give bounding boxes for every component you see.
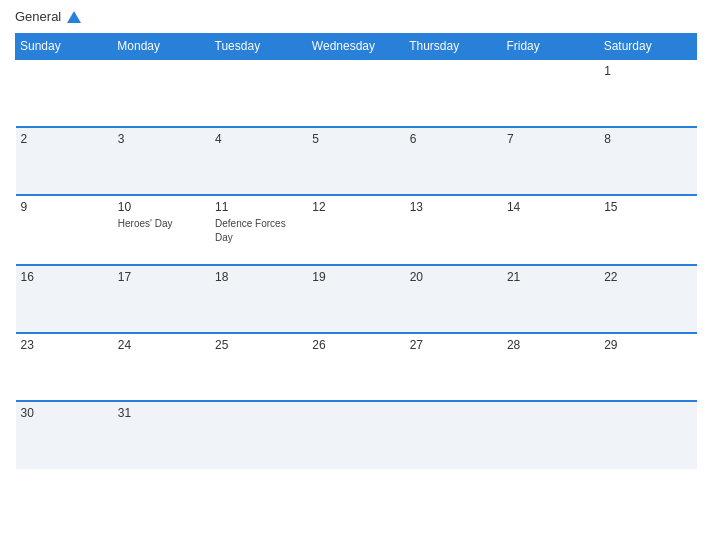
calendar-day-cell: 4 [210,127,307,195]
calendar-day-cell: 12 [307,195,404,265]
calendar-day-cell: 14 [502,195,599,265]
calendar-day-cell [210,59,307,127]
day-number: 3 [118,132,205,146]
weekday-header: Thursday [405,33,502,59]
day-number: 18 [215,270,302,284]
day-event: Heroes' Day [118,218,173,229]
calendar-day-cell [210,401,307,469]
calendar-day-cell: 15 [599,195,696,265]
calendar-week-row: 2345678 [16,127,697,195]
calendar-week-row: 3031 [16,401,697,469]
day-number: 17 [118,270,205,284]
calendar-day-cell: 29 [599,333,696,401]
day-number: 29 [604,338,691,352]
calendar-day-cell [16,59,113,127]
calendar-header: SundayMondayTuesdayWednesdayThursdayFrid… [16,33,697,59]
logo-general-text: General [15,10,81,25]
day-number: 19 [312,270,399,284]
calendar-week-row: 1 [16,59,697,127]
day-number: 23 [21,338,108,352]
day-number: 7 [507,132,594,146]
calendar-day-cell [502,59,599,127]
day-number: 4 [215,132,302,146]
calendar-day-cell: 21 [502,265,599,333]
calendar-day-cell: 8 [599,127,696,195]
day-number: 12 [312,200,399,214]
calendar-week-row: 16171819202122 [16,265,697,333]
weekday-header: Wednesday [307,33,404,59]
calendar-day-cell: 30 [16,401,113,469]
calendar-day-cell: 27 [405,333,502,401]
day-number: 8 [604,132,691,146]
day-number: 15 [604,200,691,214]
day-number: 28 [507,338,594,352]
calendar-day-cell: 24 [113,333,210,401]
header: General [15,10,697,25]
calendar-day-cell: 2 [16,127,113,195]
calendar-day-cell: 13 [405,195,502,265]
day-number: 22 [604,270,691,284]
calendar-day-cell: 22 [599,265,696,333]
calendar-day-cell: 28 [502,333,599,401]
day-number: 14 [507,200,594,214]
calendar-day-cell [405,59,502,127]
day-number: 11 [215,200,302,214]
weekday-row: SundayMondayTuesdayWednesdayThursdayFrid… [16,33,697,59]
day-number: 6 [410,132,497,146]
calendar-day-cell: 11Defence Forces Day [210,195,307,265]
day-event: Defence Forces Day [215,218,286,243]
logo-triangle-icon [67,11,81,23]
calendar-day-cell: 19 [307,265,404,333]
calendar-day-cell: 17 [113,265,210,333]
calendar-day-cell [599,401,696,469]
weekday-header: Sunday [16,33,113,59]
calendar-body: 12345678910Heroes' Day11Defence Forces D… [16,59,697,469]
day-number: 26 [312,338,399,352]
calendar-week-row: 910Heroes' Day11Defence Forces Day121314… [16,195,697,265]
day-number: 9 [21,200,108,214]
calendar-day-cell: 7 [502,127,599,195]
calendar-day-cell: 20 [405,265,502,333]
calendar-day-cell [113,59,210,127]
day-number: 1 [604,64,691,78]
calendar-day-cell: 1 [599,59,696,127]
day-number: 27 [410,338,497,352]
weekday-header: Friday [502,33,599,59]
day-number: 24 [118,338,205,352]
calendar-table: SundayMondayTuesdayWednesdayThursdayFrid… [15,33,697,469]
calendar-day-cell: 31 [113,401,210,469]
logo: General [15,10,81,25]
calendar-day-cell: 16 [16,265,113,333]
calendar-day-cell: 3 [113,127,210,195]
calendar-day-cell [502,401,599,469]
calendar-day-cell: 25 [210,333,307,401]
calendar-week-row: 23242526272829 [16,333,697,401]
day-number: 20 [410,270,497,284]
calendar-day-cell: 9 [16,195,113,265]
calendar-day-cell: 6 [405,127,502,195]
calendar-day-cell: 18 [210,265,307,333]
day-number: 21 [507,270,594,284]
calendar-day-cell: 5 [307,127,404,195]
calendar-day-cell [307,401,404,469]
weekday-header: Monday [113,33,210,59]
calendar-day-cell: 23 [16,333,113,401]
day-number: 16 [21,270,108,284]
day-number: 10 [118,200,205,214]
day-number: 2 [21,132,108,146]
calendar-day-cell: 26 [307,333,404,401]
calendar-day-cell [405,401,502,469]
weekday-header: Tuesday [210,33,307,59]
weekday-header: Saturday [599,33,696,59]
calendar-day-cell [307,59,404,127]
day-number: 31 [118,406,205,420]
day-number: 13 [410,200,497,214]
calendar-day-cell: 10Heroes' Day [113,195,210,265]
calendar-container: General SundayMondayTuesdayWednesdayThur… [0,0,712,550]
day-number: 5 [312,132,399,146]
day-number: 25 [215,338,302,352]
day-number: 30 [21,406,108,420]
